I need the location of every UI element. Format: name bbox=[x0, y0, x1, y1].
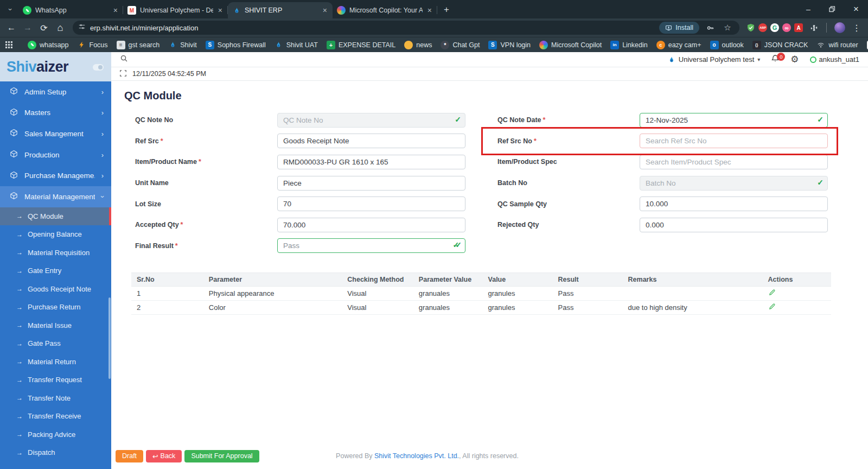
apps-grid-icon[interactable] bbox=[5, 38, 12, 52]
sidebar-item-production[interactable]: Production› bbox=[0, 144, 111, 166]
search-icon[interactable] bbox=[120, 54, 128, 65]
home-icon[interactable]: ⌂ bbox=[53, 21, 67, 35]
sidebar-subitem-gate-entry[interactable]: →Gate Entry bbox=[0, 262, 111, 280]
notifications-bell-icon[interactable]: 0 bbox=[771, 54, 780, 65]
browser-tab-2[interactable]: MUniversal Polychem - Deliver G× bbox=[123, 2, 228, 18]
bookmark-mysql-queries[interactable]: MMySQL queries bbox=[863, 41, 868, 49]
tab-close-icon[interactable]: × bbox=[217, 6, 224, 15]
sidebar-subitem-purchase-return[interactable]: →Purchase Return bbox=[0, 298, 111, 316]
unit-name-input[interactable] bbox=[277, 176, 465, 191]
bookmark-label: Chat Gpt bbox=[452, 41, 480, 49]
bookmark-whatsapp[interactable]: whatsapp bbox=[23, 41, 73, 49]
settings-gear-icon[interactable]: ⚙ bbox=[790, 54, 799, 65]
sidebar-subitem-transfer-note[interactable]: →Transfer Note bbox=[0, 389, 111, 408]
browser-tab-3[interactable]: SHIVIT ERP× bbox=[228, 2, 333, 18]
tab-close-icon[interactable]: × bbox=[322, 6, 328, 15]
sidebar-subitem-packing-advice[interactable]: →Packing Advice bbox=[0, 426, 111, 444]
grammarly-extension-icon[interactable]: G bbox=[770, 23, 779, 32]
bookmark-outlook[interactable]: ooutlook bbox=[706, 41, 748, 49]
sidebar-subitem-material-requisition[interactable]: →Material Requisition bbox=[0, 244, 111, 262]
adobe-extension-icon[interactable]: A bbox=[794, 23, 803, 32]
bookmark-eazy-cam-[interactable]: ceazy cam+ bbox=[652, 41, 706, 49]
bookmark-sophos-firewall[interactable]: SSophos Firewall bbox=[201, 41, 270, 49]
bookmark-star-icon[interactable]: ☆ bbox=[721, 21, 734, 34]
arrow-right-icon: → bbox=[16, 212, 23, 220]
forward-icon[interactable]: → bbox=[21, 21, 35, 35]
qc-note-date-input[interactable] bbox=[640, 113, 828, 128]
profile-avatar[interactable] bbox=[834, 22, 845, 33]
lot-size-input[interactable] bbox=[277, 197, 465, 211]
tab-search-icon[interactable]: › bbox=[3, 2, 17, 16]
sidebar-item-masters[interactable]: Masters› bbox=[0, 103, 111, 124]
sidebar-subitem-gate-pass[interactable]: →Gate Pass bbox=[0, 334, 111, 353]
sidebar-item-purchase-manageme-[interactable]: Purchase Manageme...› bbox=[0, 165, 111, 186]
bookmark-chat-gpt[interactable]: *Chat Gpt bbox=[436, 41, 484, 49]
arrow-right-icon: → bbox=[16, 376, 23, 384]
sidebar-item-admin-setup[interactable]: Admin Setup› bbox=[0, 81, 111, 103]
sidebar-item-sales-mangement[interactable]: Sales Mangement› bbox=[0, 123, 111, 144]
tab-close-icon[interactable]: × bbox=[112, 6, 119, 15]
sidebar-subitem-material-return[interactable]: →Material Return bbox=[0, 353, 111, 371]
shivit-link[interactable]: Shivit Technologies Pvt. Ltd. bbox=[374, 452, 459, 460]
kebab-menu-icon[interactable]: ⋮ bbox=[850, 21, 864, 35]
submit-for-approval-button[interactable]: Submit For Approval bbox=[184, 450, 259, 462]
browser-tab-1[interactable]: WhatsApp× bbox=[18, 2, 123, 18]
draft-button[interactable]: Draft bbox=[116, 450, 143, 462]
bookmark-microsoft-copilot[interactable]: Microsoft Copilot bbox=[535, 41, 606, 49]
abp-extension-icon[interactable]: ABP bbox=[758, 23, 767, 32]
sidebar-subitem-goods-receipt-note[interactable]: →Goods Receipt Note bbox=[0, 280, 111, 299]
edit-pencil-icon[interactable] bbox=[768, 304, 776, 312]
site-settings-icon[interactable] bbox=[78, 23, 86, 33]
bookmark-linkedin[interactable]: inLinkedin bbox=[606, 41, 652, 49]
sidebar-subitem-dispatch[interactable]: →Dispatch bbox=[0, 443, 111, 462]
reload-icon[interactable]: ⟳ bbox=[37, 21, 51, 35]
edit-pencil-icon[interactable] bbox=[768, 290, 776, 298]
close-button[interactable]: × bbox=[844, 0, 868, 18]
bookmark-wifi-router[interactable]: wifi router bbox=[812, 41, 862, 49]
sidebar-collapse-toggle[interactable] bbox=[93, 64, 104, 71]
sidebar-subitem-qc-module[interactable]: →QC Module bbox=[0, 207, 111, 226]
minimize-button[interactable]: – bbox=[796, 0, 820, 18]
bookmark-gst-search[interactable]: ≡gst search bbox=[112, 41, 164, 49]
sidebar-subitem-material-issue[interactable]: →Material Issue bbox=[0, 316, 111, 335]
company-selector[interactable]: Universal Polychem test ▾ bbox=[668, 55, 760, 64]
pinkinf-extension-icon[interactable]: ∞ bbox=[782, 23, 791, 32]
item-product-spec-input[interactable] bbox=[640, 155, 828, 169]
sidebar-subitem-opening-balance[interactable]: →Opening Balance bbox=[0, 225, 111, 244]
ref-src-input[interactable] bbox=[277, 134, 465, 148]
table-header-value: Value bbox=[483, 273, 553, 287]
form-row-accepted-qty: Accepted Qty* bbox=[135, 214, 465, 236]
address-bar[interactable]: erp.shivit.net.in/minierp/application In… bbox=[73, 21, 739, 35]
sidebar-subitem-transfer-request[interactable]: →Transfer Request bbox=[0, 371, 111, 389]
extensions-puzzle-icon[interactable] bbox=[807, 21, 821, 35]
ref-src-no-input[interactable] bbox=[640, 134, 828, 148]
sidebar-scrollbar[interactable] bbox=[108, 297, 111, 379]
bookmark-news[interactable]: news bbox=[400, 41, 436, 49]
restore-button[interactable] bbox=[820, 0, 844, 18]
sidebar-item-material-management[interactable]: Material Management› bbox=[0, 186, 111, 207]
fullscreen-icon[interactable] bbox=[119, 69, 127, 79]
bookmark-vpn-login[interactable]: SVPN login bbox=[484, 41, 535, 49]
cam-bookmark-favicon: c bbox=[656, 41, 665, 49]
datetime-bar: 12/11/2025 04:52:45 PM bbox=[111, 67, 868, 81]
browser-tab-4[interactable]: Microsoft Copilot: Your AI comp× bbox=[333, 2, 437, 18]
back-icon[interactable]: ← bbox=[4, 21, 18, 35]
shield-extension-icon[interactable] bbox=[746, 23, 755, 32]
qc-sample-qty-input[interactable] bbox=[640, 197, 828, 211]
key-icon[interactable] bbox=[704, 21, 717, 34]
accepted-qty-input[interactable] bbox=[277, 218, 465, 232]
bookmark-json-crack[interactable]: {}JSON CRACK bbox=[748, 41, 813, 49]
back-button[interactable]: ↩Back bbox=[146, 450, 182, 462]
bookmark-expense-detail[interactable]: +EXPENSE DETAIL bbox=[322, 41, 400, 49]
new-tab-button[interactable]: + bbox=[439, 3, 454, 17]
item-product-name-input[interactable] bbox=[277, 155, 465, 169]
bookmark-focus[interactable]: Focus bbox=[73, 41, 112, 49]
rejected-qty-input[interactable] bbox=[640, 218, 828, 232]
user-menu[interactable]: ankush_uat1 bbox=[810, 55, 859, 64]
final-result-input[interactable] bbox=[277, 238, 465, 253]
install-button[interactable]: Install bbox=[659, 22, 699, 34]
tab-close-icon[interactable]: × bbox=[426, 6, 433, 15]
bookmark-shivit-uat[interactable]: Shivit UAT bbox=[270, 41, 322, 49]
bookmark-shivit[interactable]: Shivit bbox=[164, 41, 201, 49]
sidebar-subitem-transfer-receive[interactable]: →Transfer Receive bbox=[0, 407, 111, 426]
